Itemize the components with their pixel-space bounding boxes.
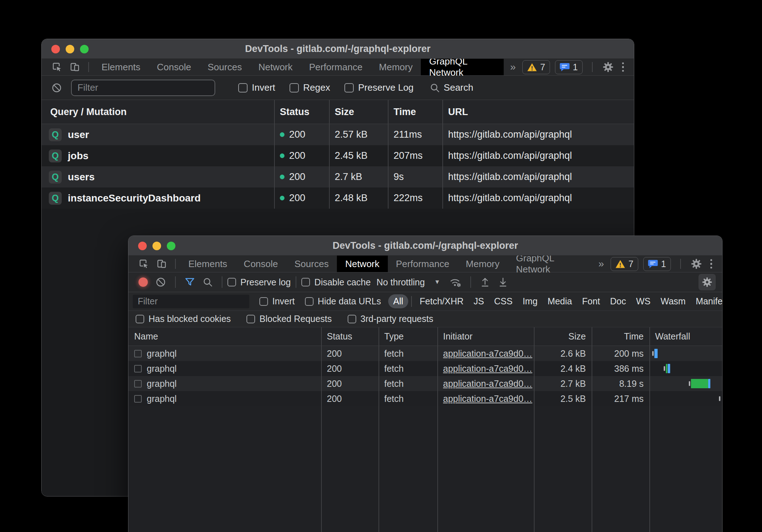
request-row[interactable]: graphql200fetchapplication-a7ca9d0…2.7 k… [128, 376, 722, 391]
more-tabs-button[interactable]: » [592, 256, 611, 272]
tab-memory[interactable]: Memory [371, 59, 421, 75]
initiator-link[interactable]: application-a7ca9d0… [443, 364, 532, 374]
tab-memory[interactable]: Memory [457, 256, 508, 272]
search-button[interactable]: Search [429, 82, 473, 93]
network-conditions-icon[interactable] [445, 276, 465, 288]
initiator-link[interactable]: application-a7ca9d0… [443, 394, 532, 404]
tab-performance[interactable]: Performance [301, 59, 371, 75]
query-row[interactable]: Quser2002.57 kB211mshttps://gitlab.com/a… [42, 124, 634, 145]
kebab-menu-icon[interactable] [619, 62, 627, 72]
tab-sources[interactable]: Sources [199, 59, 250, 75]
preserve-log-checkbox[interactable]: Preserve log [227, 277, 291, 288]
column-header-initiator[interactable]: Initiator [437, 327, 534, 346]
checkbox-invert[interactable]: Invert [238, 82, 275, 93]
query-row[interactable]: QinstanceSecurityDashboard2002.48 kB222m… [42, 187, 634, 209]
table-header: Query / MutationStatusSizeTimeURL [42, 100, 634, 124]
request-row[interactable]: graphql200fetchapplication-a7ca9d0…2.6 k… [128, 346, 722, 361]
filter-type-all[interactable]: All [388, 294, 408, 308]
settings-gear-icon[interactable] [690, 258, 702, 270]
tab-elements[interactable]: Elements [180, 256, 235, 272]
settings-gear-icon[interactable] [602, 61, 614, 73]
tab-graphql-network[interactable]: GraphQL Network [421, 59, 504, 75]
checkbox-preserve-log[interactable]: Preserve Log [344, 82, 414, 93]
issues-badge[interactable]: 1 [643, 257, 671, 271]
filter-type-js[interactable]: JS [469, 294, 489, 308]
toggle-device-toolbar-icon[interactable] [153, 256, 171, 272]
throttling-dropdown[interactable]: No throttling ▼ [376, 277, 440, 288]
export-har-icon[interactable] [494, 276, 512, 288]
issues-badge[interactable]: 1 [555, 60, 583, 74]
filter-type-fetch-xhr[interactable]: Fetch/XHR [415, 294, 469, 308]
column-header-status[interactable]: Status [274, 100, 329, 124]
tab-label: Performance [396, 258, 450, 270]
time-cell: 9s [388, 166, 442, 187]
toggle-device-toolbar-icon[interactable] [66, 59, 84, 75]
search-icon[interactable] [199, 277, 217, 288]
filter-funnel-icon[interactable] [181, 277, 199, 288]
filter-type-media[interactable]: Media [542, 294, 577, 308]
column-header-type[interactable]: Type [378, 327, 437, 346]
clear-icon[interactable] [51, 82, 62, 94]
tab-elements[interactable]: Elements [93, 59, 149, 75]
tab-console[interactable]: Console [235, 256, 286, 272]
import-har-icon[interactable] [476, 276, 494, 288]
column-header-status[interactable]: Status [321, 327, 378, 346]
url-cell: https://gitlab.com/api/graphql [442, 145, 634, 166]
tab-performance[interactable]: Performance [388, 256, 458, 272]
row-checkbox[interactable] [134, 395, 142, 403]
column-header-size[interactable]: Size [329, 100, 388, 124]
more-tabs-button[interactable]: » [504, 59, 522, 75]
network-settings-gear-icon[interactable] [698, 274, 716, 290]
column-header-query-mutation[interactable]: Query / Mutation [42, 100, 274, 124]
tab-console[interactable]: Console [149, 59, 199, 75]
column-header-url[interactable]: URL [442, 100, 634, 124]
column-header-waterfall[interactable]: Waterfall [649, 327, 722, 346]
checkbox-icon [301, 278, 310, 286]
filter-type-ws[interactable]: WS [631, 294, 655, 308]
tab-graphql-network[interactable]: GraphQL Network [508, 256, 592, 272]
checkbox-has-blocked-cookies[interactable]: Has blocked cookies [136, 314, 231, 324]
filter-type-css[interactable]: CSS [489, 294, 517, 308]
column-header-time[interactable]: Time [592, 327, 649, 346]
waterfall-bar-green [691, 379, 708, 388]
clear-network-log-icon[interactable] [151, 276, 170, 288]
warnings-badge[interactable]: 7 [611, 257, 638, 271]
request-row[interactable]: graphql200fetchapplication-a7ca9d0…2.4 k… [128, 361, 722, 376]
query-row[interactable]: Qjobs2002.45 kB207mshttps://gitlab.com/a… [42, 145, 634, 166]
inspect-element-icon[interactable] [48, 59, 66, 75]
row-checkbox[interactable] [134, 350, 142, 357]
checkbox-regex[interactable]: Regex [290, 82, 330, 93]
initiator-link[interactable]: application-a7ca9d0… [443, 348, 532, 359]
invert-checkbox[interactable]: Invert [259, 296, 295, 307]
record-network-log-button[interactable] [135, 277, 151, 287]
tab-network[interactable]: Network [250, 59, 301, 75]
row-checkbox[interactable] [134, 365, 142, 372]
request-row[interactable]: graphql200fetchapplication-a7ca9d0…2.5 k… [128, 391, 722, 406]
warning-triangle-icon [615, 260, 625, 269]
filter-type-manifest[interactable]: Manifest [691, 294, 723, 308]
type-cell: fetch [378, 376, 437, 391]
filter-type-font[interactable]: Font [577, 294, 605, 308]
checkbox-blocked-requests[interactable]: Blocked Requests [246, 314, 332, 324]
disable-cache-checkbox[interactable]: Disable cache [301, 277, 371, 288]
network-filter-input[interactable] [133, 295, 249, 308]
column-header-name[interactable]: Name [128, 327, 321, 346]
filter-input[interactable] [71, 80, 215, 96]
column-header-size[interactable]: Size [534, 327, 592, 346]
tab-label: GraphQL Network [429, 56, 495, 78]
tab-sources[interactable]: Sources [286, 256, 337, 272]
tab-network[interactable]: Network [337, 256, 387, 272]
column-header-time[interactable]: Time [388, 100, 442, 124]
initiator-link[interactable]: application-a7ca9d0… [443, 379, 532, 389]
checkbox-3rd-party-requests[interactable]: 3rd-party requests [348, 314, 433, 324]
filter-type-doc[interactable]: Doc [605, 294, 631, 308]
filter-type-img[interactable]: Img [518, 294, 543, 308]
inspect-element-icon[interactable] [135, 256, 153, 272]
warnings-badge[interactable]: 7 [522, 60, 550, 74]
query-row[interactable]: Qusers2002.7 kB9shttps://gitlab.com/api/… [42, 166, 634, 187]
hide-data-urls-checkbox[interactable]: Hide data URLs [305, 296, 381, 307]
filter-type-wasm[interactable]: Wasm [655, 294, 691, 308]
row-checkbox[interactable] [134, 380, 142, 388]
checkbox-icon [290, 83, 299, 92]
kebab-menu-icon[interactable] [707, 259, 715, 269]
